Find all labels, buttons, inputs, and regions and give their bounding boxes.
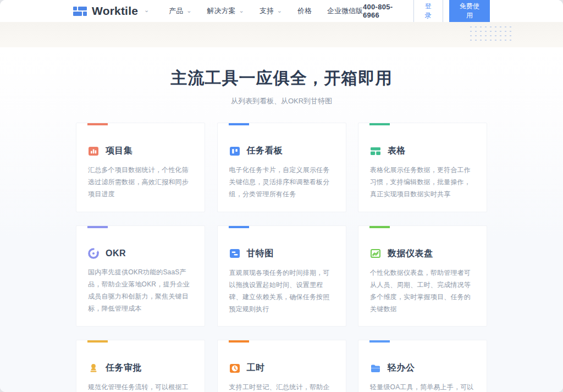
card-description: 轻量级OA工具，简单易上手，可以个性化匹配企业需要的办公管理规则，支持消息汇总通… (370, 381, 475, 392)
card-description: 国内率先提供OKR功能的SaaS产品，帮助企业落地OKR，提升企业成员自驱力和创… (88, 266, 193, 315)
nav-item-4[interactable]: 价格 (297, 6, 312, 16)
card-title: 项目集 (106, 145, 133, 157)
chevron-down-icon: ⌄ (277, 7, 282, 14)
gantt-chart-icon (229, 248, 240, 259)
nav-item-label: 解决方案 (207, 6, 236, 16)
office-folder-icon (370, 363, 381, 374)
dashboard-chart-icon (370, 248, 381, 259)
chevron-down-icon: ⌄ (239, 7, 244, 14)
nav-item-1[interactable]: 产品⌄ (169, 6, 191, 16)
approval-stamp-icon (88, 363, 99, 374)
table-grid-icon (370, 146, 381, 157)
okr-target-icon (88, 248, 99, 259)
feature-card: 任务审批 规范化管理任务流转，可以根据工作类型设置审批规则，每个节点输出的关键成… (76, 340, 205, 392)
card-title: 工时 (247, 362, 265, 374)
card-accent-bar (369, 123, 390, 125)
card-description: 支持工时登记、汇总统计，帮助企业管理者获知工时数据，以便协调资源，控制成本 (229, 381, 334, 392)
card-title: OKR (106, 249, 126, 258)
nav-item-label: 价格 (297, 6, 312, 16)
card-title: 数据仪表盘 (388, 248, 433, 260)
free-trial-button[interactable]: 免费使用 (449, 0, 490, 24)
worktile-logo-icon (73, 5, 87, 17)
feature-card: 项目集 汇总多个项目数据统计，个性化筛选过滤所需数据，高效汇报和同步项目进度 (76, 123, 205, 212)
card-title: 甘特图 (247, 248, 274, 260)
card-accent-bar (229, 340, 249, 343)
card-accent-bar (369, 226, 390, 228)
card-accent-bar (87, 226, 108, 228)
nav-item-2[interactable]: 解决方案⌄ (207, 6, 244, 16)
section-subtitle: 从列表到看板、从OKR到甘特图 (0, 96, 563, 106)
feature-card: 任务看板 电子化任务卡片，自定义展示任务关键信息，灵活排序和调整看板分组，分类管… (217, 123, 346, 212)
card-title: 轻办公 (388, 362, 415, 374)
feature-card: 轻办公 轻量级OA工具，简单易上手，可以个性化匹配企业需要的办公管理规则，支持消… (358, 340, 487, 392)
card-title: 任务看板 (247, 145, 283, 157)
feature-card: OKR 国内率先提供OKR功能的SaaS产品，帮助企业落地OKR，提升企业成员自… (76, 225, 205, 327)
chevron-down-icon: ⌄ (186, 7, 191, 14)
feature-card: 表格 表格化展示任务数据，更符合工作习惯，支持编辑数据，批量操作，真正实现项目数… (358, 123, 487, 212)
feature-cards-grid: 项目集 汇总多个项目数据统计，个性化筛选过滤所需数据，高效汇报和同步项目进度 任… (76, 123, 487, 392)
nav-item-label: 产品 (169, 6, 183, 16)
card-description: 个性化数据仪表盘，帮助管理者可从人员、周期、工时、完成情况等多个维度，实时掌握项… (370, 267, 475, 316)
card-title: 任务审批 (106, 362, 142, 374)
login-button[interactable]: 登录 (413, 0, 443, 24)
chevron-down-icon: ⌄ (144, 7, 149, 14)
hero-band (0, 22, 563, 47)
feature-card: 甘特图 直观展现各项任务的时间排期，可以拖拽设置起始时间、设置里程碑、建立依赖关… (217, 225, 346, 327)
card-title: 表格 (388, 145, 406, 157)
nav-item-5[interactable]: 企业微信版 (327, 6, 363, 16)
card-description: 汇总多个项目数据统计，个性化筛选过滤所需数据，高效汇报和同步项目进度 (88, 164, 193, 201)
phone-number: 400-805-6966 (363, 3, 406, 19)
dot-pattern-decoration (468, 25, 515, 41)
card-accent-bar (229, 123, 249, 125)
card-description: 电子化任务卡片，自定义展示任务关键信息，灵活排序和调整看板分组，分类管理所有任务 (229, 164, 334, 201)
main-navigation: 产品⌄解决方案⌄支持⌄价格企业微信版 (169, 6, 363, 16)
work-hours-clock-icon (229, 363, 240, 374)
brand-logo[interactable]: Worktile ⌄ (73, 4, 149, 18)
card-accent-bar (369, 340, 390, 343)
brand-name: Worktile (92, 4, 138, 18)
features-section: 主流工具一应俱全，开箱即用 从列表到看板、从OKR到甘特图 项目集 汇总多个项目… (0, 47, 563, 392)
nav-item-label: 支持 (260, 6, 274, 16)
kanban-board-icon (229, 146, 240, 157)
card-accent-bar (87, 123, 108, 125)
feature-card: 数据仪表盘 个性化数据仪表盘，帮助管理者可从人员、周期、工时、完成情况等多个维度… (358, 225, 487, 327)
project-portfolio-icon (88, 146, 99, 157)
top-navbar: Worktile ⌄ 产品⌄解决方案⌄支持⌄价格企业微信版 400-805-69… (0, 0, 563, 22)
card-description: 表格化展示任务数据，更符合工作习惯，支持编辑数据，批量操作，真正实现项目数据实时… (370, 164, 475, 201)
feature-card: 工时 支持工时登记、汇总统计，帮助企业管理者获知工时数据，以便协调资源，控制成本 (217, 340, 346, 392)
nav-item-label: 企业微信版 (327, 6, 363, 16)
card-accent-bar (87, 340, 108, 343)
card-description: 规范化管理任务流转，可以根据工作类型设置审批规则，每个节点输出的关键成果验收通过… (88, 381, 193, 392)
card-accent-bar (229, 226, 249, 228)
card-description: 直观展现各项任务的时间排期，可以拖拽设置起始时间、设置里程碑、建立依赖关系，确保… (229, 267, 334, 316)
nav-item-3[interactable]: 支持⌄ (260, 6, 282, 16)
section-title: 主流工具一应俱全，开箱即用 (0, 47, 563, 88)
worktile-landing-page: Worktile ⌄ 产品⌄解决方案⌄支持⌄价格企业微信版 400-805-69… (0, 0, 563, 392)
